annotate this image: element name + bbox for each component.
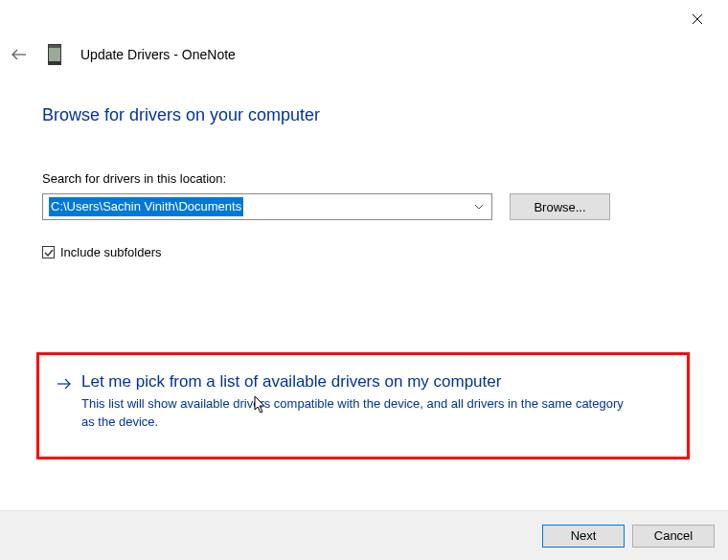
location-combobox[interactable]: C:\Users\Sachin Vinith\Documents: [42, 193, 492, 220]
back-button[interactable]: [10, 45, 29, 64]
close-button[interactable]: [686, 8, 709, 31]
update-drivers-dialog: Update Drivers - OneNote Browse for driv…: [0, 0, 728, 560]
pick-from-list-title: Let me pick from a list of available dri…: [81, 372, 637, 392]
dialog-header: Update Drivers - OneNote: [10, 44, 236, 65]
pick-from-list-desc: This list will show available drivers co…: [81, 395, 637, 432]
arrow-right-icon: [57, 376, 72, 392]
pick-from-list-option[interactable]: Let me pick from a list of available dri…: [36, 352, 690, 459]
dialog-title: Update Drivers - OneNote: [80, 47, 236, 62]
include-subfolders-row: Include subfolders: [42, 245, 686, 259]
back-arrow-icon: [11, 48, 28, 61]
dialog-footer: Next Cancel: [0, 510, 728, 560]
location-row: C:\Users\Sachin Vinith\Documents Browse.…: [42, 193, 686, 220]
search-location-label: Search for drivers in this location:: [42, 171, 686, 186]
dialog-content: Browse for drivers on your computer Sear…: [42, 105, 686, 259]
chevron-down-icon: [474, 202, 484, 212]
device-icon: [48, 44, 61, 65]
next-button[interactable]: Next: [542, 525, 625, 548]
browse-button[interactable]: Browse...: [510, 193, 610, 220]
close-icon: [692, 13, 703, 25]
check-icon: [44, 248, 54, 258]
location-value: C:\Users\Sachin Vinith\Documents: [49, 197, 243, 216]
cancel-button[interactable]: Cancel: [632, 525, 715, 548]
include-subfolders-checkbox[interactable]: [42, 246, 55, 258]
include-subfolders-label: Include subfolders: [60, 245, 162, 259]
page-heading: Browse for drivers on your computer: [42, 105, 686, 125]
